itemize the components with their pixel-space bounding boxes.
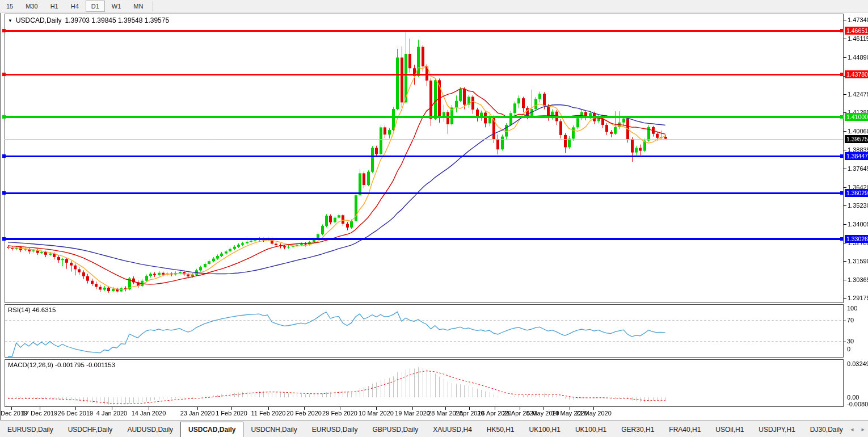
macd-indicator-label: MACD(12,26,9) -0.001795 -0.001153 — [8, 362, 115, 368]
chart-ohlc-values: 1.39703 1.39845 1.39548 1.39575 — [65, 16, 170, 24]
symbol-tab-bar: EURUSD,DailyUSDCHF,DailyAUDUSD,DailyUSDC… — [0, 420, 868, 437]
symbol-tab-usoil-13[interactable]: USOil,H1 — [708, 423, 751, 437]
price-axis-label: 1.31590 — [848, 258, 868, 264]
level-price-badge: 1.43780 — [845, 70, 868, 78]
bid-price-badge: 1.39575 — [845, 135, 868, 143]
price-axis-label: 1.35230 — [848, 202, 868, 209]
macd-axis-label: -0.00808 — [847, 401, 868, 407]
macd-axis-label: 0.032493 — [847, 360, 868, 367]
symbol-tab-ger30-11[interactable]: GER30,H1 — [614, 423, 661, 437]
date-axis-label: 23 May 2020 — [575, 410, 612, 417]
chart-title: ▼ USDCAD,Daily 1.39703 1.39845 1.39548 1… — [8, 16, 169, 24]
rsi-indicator-label: RSI(14) 46.6315 — [8, 306, 56, 313]
symbol-tab-fra40-12[interactable]: FRA40,H1 — [661, 423, 708, 437]
date-axis-label: 26 Dec 2019 — [58, 410, 93, 417]
level-price-badge: 1.46651 — [845, 27, 868, 35]
chart-canvas[interactable] — [0, 0, 868, 437]
symbol-tab-eurusd-5[interactable]: EURUSD,Daily — [305, 423, 365, 437]
trading-app-window: 15M30H1H4D1W1MN ▼ USDCAD,Daily 1.39703 1… — [0, 0, 868, 437]
price-axis-label: 1.47340 — [848, 16, 868, 23]
symbol-tab-usdjpy-14[interactable]: USDJPY,H1 — [751, 423, 802, 437]
date-axis-label: 17 Dec 2019 — [22, 410, 57, 417]
rsi-axis-label: 0 — [847, 346, 850, 352]
symbol-tab-gbpusd-6[interactable]: GBPUSD,Daily — [365, 423, 425, 437]
level-price-badge: 1.36029 — [845, 189, 868, 197]
symbol-tab-uk100-10[interactable]: UK100,H1 — [568, 423, 614, 437]
date-axis-label: 29 Feb 2020 — [322, 410, 357, 417]
date-axis-label: 10 Mar 2020 — [359, 410, 394, 417]
symbol-tab-eurusd-0[interactable]: EURUSD,Daily — [0, 423, 61, 437]
symbol-tab-usdcad-3[interactable]: USDCAD,Daily — [180, 422, 243, 437]
date-axis-label: 14 Jan 2020 — [132, 410, 166, 417]
level-price-badge: 1.41000 — [845, 113, 868, 121]
symbol-tab-xauusd-7[interactable]: XAUUSD,H4 — [425, 423, 479, 437]
date-axis-label: 19 Mar 2020 — [395, 410, 430, 417]
date-axis-label: 1 Feb 2020 — [216, 410, 247, 417]
date-axis-label: 11 Feb 2020 — [251, 410, 286, 417]
price-axis-label: 1.42475 — [848, 91, 868, 98]
price-axis-label: 1.44890 — [848, 54, 868, 61]
price-axis-label: 1.29175 — [848, 295, 868, 301]
chart-dropdown-icon[interactable]: ▼ — [8, 18, 12, 23]
chart-symbol-label: USDCAD,Daily — [16, 16, 62, 24]
price-axis-label: 1.46115 — [848, 35, 868, 42]
price-axis-label: 1.37645 — [848, 165, 868, 172]
price-axis-label: 1.40060 — [848, 128, 868, 135]
date-axis-label: 4 Jan 2020 — [96, 410, 127, 417]
level-price-badge: 1.33026 — [845, 235, 868, 243]
level-price-badge: 1.38447 — [845, 152, 868, 160]
date-axis-label: 23 Jan 2020 — [180, 410, 215, 417]
symbol-tab-usdchf-1[interactable]: USDCHF,Daily — [61, 423, 120, 437]
rsi-axis-label: 100 — [847, 305, 857, 312]
symbol-tab-audusd-2[interactable]: AUDUSD,Daily — [120, 423, 180, 437]
date-axis-label: 20 Feb 2020 — [286, 410, 322, 417]
price-axis-label: 1.34005 — [848, 221, 868, 228]
symbol-tab-dj30-15[interactable]: DJ30,Daily — [803, 423, 850, 437]
symbol-tab-hk50-8[interactable]: HK50,H1 — [479, 423, 522, 437]
symbol-tab-uk100-9[interactable]: UK100,H1 — [522, 423, 568, 437]
rsi-axis-label: 70 — [847, 317, 854, 323]
rsi-axis-label: 30 — [847, 338, 854, 344]
macd-axis-label: 0.00 — [847, 394, 859, 401]
symbol-tab-usdcnh-4[interactable]: USDCNH,Daily — [243, 423, 304, 437]
tabs-scroll-left-icon[interactable]: ◂ — [850, 426, 854, 433]
price-axis-label: 1.30365 — [848, 276, 868, 283]
tabs-scroll-right-icon[interactable]: ▸ — [861, 426, 865, 433]
